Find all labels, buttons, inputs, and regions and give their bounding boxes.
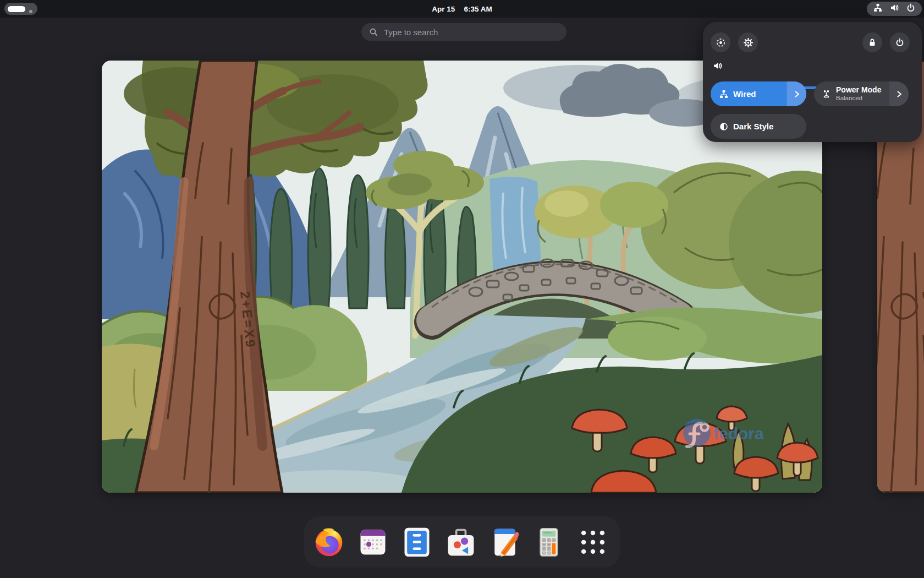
wired-expand-button[interactable]	[787, 81, 806, 106]
power-off-button[interactable]	[890, 32, 910, 52]
quick-settings-panel: Wired Power Mode Balanced	[703, 22, 922, 142]
calculator-icon	[532, 526, 565, 559]
app-grid-icon	[576, 526, 609, 559]
dock-app-calculator[interactable]	[532, 526, 565, 559]
search-icon	[369, 28, 378, 36]
firefox-icon	[312, 526, 345, 559]
power-mode-status: Balanced	[836, 95, 881, 102]
system-tray-button[interactable]	[867, 2, 922, 16]
volume-icon	[890, 3, 899, 14]
chevron-right-icon	[794, 90, 800, 98]
text-editor-icon	[488, 526, 521, 559]
dark-style-icon	[719, 122, 728, 131]
top-bar: Apr 15 6:35 AM	[0, 0, 924, 18]
chevron-right-icon	[897, 90, 902, 98]
dark-style-label: Dark Style	[733, 122, 773, 131]
files-icon	[400, 526, 433, 559]
clock-time: 6:35 AM	[464, 5, 492, 13]
power-icon	[906, 3, 915, 14]
search-input[interactable]	[383, 27, 561, 37]
clock-date: Apr 15	[432, 5, 455, 13]
search-bar[interactable]	[361, 23, 566, 41]
lock-icon	[868, 38, 877, 47]
lock-screen-button[interactable]	[862, 32, 882, 52]
dock	[304, 516, 620, 568]
gear-icon	[744, 38, 753, 47]
wired-network-icon	[719, 90, 728, 99]
screenshot-button[interactable]	[711, 32, 730, 52]
screenshot-icon	[716, 38, 725, 47]
wired-label: Wired	[733, 89, 756, 99]
power-icon	[895, 38, 904, 47]
calendar-icon	[356, 526, 389, 559]
power-mode-label: Power Mode	[836, 85, 881, 95]
dark-style-toggle[interactable]: Dark Style	[711, 114, 806, 139]
power-mode-expand-button[interactable]	[889, 81, 909, 106]
wired-network-icon	[873, 3, 882, 14]
clock-button[interactable]: Apr 15 6:35 AM	[0, 0, 924, 18]
wired-toggle[interactable]: Wired	[711, 81, 806, 106]
dock-app-software[interactable]	[444, 526, 477, 559]
dock-app-text-editor[interactable]	[488, 526, 521, 559]
dock-app-firefox[interactable]	[312, 526, 345, 559]
power-mode-toggle[interactable]: Power Mode Balanced	[814, 81, 909, 106]
software-icon	[444, 526, 477, 559]
dock-app-files[interactable]	[400, 526, 433, 559]
power-profile-icon	[822, 89, 831, 99]
volume-icon	[713, 61, 722, 73]
settings-button[interactable]	[738, 32, 758, 52]
dock-app-calendar[interactable]	[356, 526, 389, 559]
dock-show-apps-button[interactable]	[576, 526, 609, 559]
